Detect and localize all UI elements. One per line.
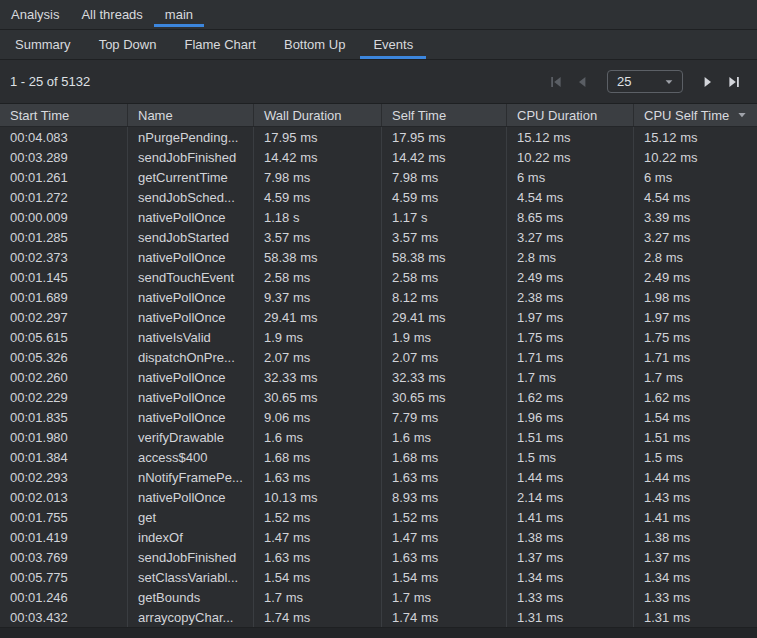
- cell-self-time: 1.47 ms: [381, 527, 506, 547]
- cell-self-time: 58.38 ms: [381, 247, 506, 267]
- cell-cpu-self-time: 3.27 ms: [633, 227, 757, 247]
- table-row[interactable]: 00:00.009nativePollOnce1.18 s1.17 s8.65 …: [0, 207, 757, 227]
- cell-name: arraycopyChar...: [127, 607, 253, 627]
- tab-top-down[interactable]: Top Down: [86, 30, 170, 59]
- tab-summary[interactable]: Summary: [2, 30, 84, 59]
- table-row[interactable]: 00:04.083nPurgePending...17.95 ms17.95 m…: [0, 127, 757, 147]
- cell-name: access$400: [127, 447, 253, 467]
- last-page-button[interactable]: [721, 69, 747, 95]
- table-row[interactable]: 00:03.289sendJobFinished14.42 ms14.42 ms…: [0, 147, 757, 167]
- table-row[interactable]: 00:01.384access$4001.68 ms1.68 ms1.5 ms1…: [0, 447, 757, 467]
- cell-wall-duration: 4.59 ms: [253, 187, 381, 207]
- table-row[interactable]: 00:01.246getBounds1.7 ms1.7 ms1.33 ms1.3…: [0, 587, 757, 607]
- table-row[interactable]: 00:02.297nativePollOnce29.41 ms29.41 ms1…: [0, 307, 757, 327]
- tab-label: Summary: [15, 37, 71, 52]
- tab-main[interactable]: main: [154, 0, 204, 29]
- cell-name: nativeIsValid: [127, 327, 253, 347]
- cell-wall-duration: 1.18 s: [253, 207, 381, 227]
- cell-start-time: 00:01.980: [0, 427, 127, 447]
- tab-bottom-up[interactable]: Bottom Up: [271, 30, 358, 59]
- next-page-button[interactable]: [695, 69, 721, 95]
- cell-wall-duration: 1.9 ms: [253, 327, 381, 347]
- tab-label: Analysis: [11, 7, 59, 22]
- cell-cpu-duration: 4.54 ms: [506, 187, 633, 207]
- column-header-self-time[interactable]: Self Time: [381, 104, 506, 126]
- table-row[interactable]: 00:02.229nativePollOnce30.65 ms30.65 ms1…: [0, 387, 757, 407]
- cell-start-time: 00:01.246: [0, 587, 127, 607]
- cell-name: getCurrentTime: [127, 167, 253, 187]
- table-row[interactable]: 00:05.775setClassVariabl...1.54 ms1.54 m…: [0, 567, 757, 587]
- cell-self-time: 4.59 ms: [381, 187, 506, 207]
- table-row[interactable]: 00:05.326dispatchOnPre...2.07 ms2.07 ms1…: [0, 347, 757, 367]
- table-row[interactable]: 00:01.980verifyDrawable1.6 ms1.6 ms1.51 …: [0, 427, 757, 447]
- horizontal-scrollbar-track[interactable]: [0, 627, 757, 638]
- cell-name: dispatchOnPre...: [127, 347, 253, 367]
- table-row[interactable]: 00:01.145sendTouchEvent2.58 ms2.58 ms2.4…: [0, 267, 757, 287]
- cell-start-time: 00:00.009: [0, 207, 127, 227]
- cell-wall-duration: 1.63 ms: [253, 467, 381, 487]
- tab-analysis[interactable]: Analysis: [0, 0, 70, 29]
- cell-cpu-duration: 1.44 ms: [506, 467, 633, 487]
- table-row[interactable]: 00:02.373nativePollOnce58.38 ms58.38 ms2…: [0, 247, 757, 267]
- cell-start-time: 00:01.835: [0, 407, 127, 427]
- table-row[interactable]: 00:01.755get1.52 ms1.52 ms1.41 ms1.41 ms: [0, 507, 757, 527]
- cell-wall-duration: 1.68 ms: [253, 447, 381, 467]
- cell-cpu-self-time: 1.71 ms: [633, 347, 757, 367]
- cell-start-time: 00:02.373: [0, 247, 127, 267]
- table-row[interactable]: 00:02.293nNotifyFramePe...1.63 ms1.63 ms…: [0, 467, 757, 487]
- cell-self-time: 3.57 ms: [381, 227, 506, 247]
- table-row[interactable]: 00:03.432arraycopyChar...1.74 ms1.74 ms1…: [0, 607, 757, 627]
- cell-start-time: 00:01.689: [0, 287, 127, 307]
- cell-self-time: 30.65 ms: [381, 387, 506, 407]
- cell-cpu-duration: 1.51 ms: [506, 427, 633, 447]
- cell-start-time: 00:01.272: [0, 187, 127, 207]
- table-row[interactable]: 00:05.615nativeIsValid1.9 ms1.9 ms1.75 m…: [0, 327, 757, 347]
- thread-tab-bar: AnalysisAll threadsmain: [0, 0, 757, 30]
- cell-cpu-duration: 1.97 ms: [506, 307, 633, 327]
- column-header-start-time[interactable]: Start Time: [0, 104, 127, 126]
- tab-flame-chart[interactable]: Flame Chart: [171, 30, 269, 59]
- cell-cpu-duration: 15.12 ms: [506, 127, 633, 147]
- table-row[interactable]: 00:03.769sendJobFinished1.63 ms1.63 ms1.…: [0, 547, 757, 567]
- column-header-wall-duration[interactable]: Wall Duration: [253, 104, 381, 126]
- table-row[interactable]: 00:01.419indexOf1.47 ms1.47 ms1.38 ms1.3…: [0, 527, 757, 547]
- cell-self-time: 1.17 s: [381, 207, 506, 227]
- cell-cpu-duration: 1.75 ms: [506, 327, 633, 347]
- table-row[interactable]: 00:01.261getCurrentTime7.98 ms7.98 ms6 m…: [0, 167, 757, 187]
- cell-wall-duration: 2.07 ms: [253, 347, 381, 367]
- previous-page-button[interactable]: [569, 69, 595, 95]
- cell-self-time: 1.63 ms: [381, 467, 506, 487]
- cell-name: nativePollOnce: [127, 307, 253, 327]
- cell-wall-duration: 30.65 ms: [253, 387, 381, 407]
- tab-all-threads[interactable]: All threads: [70, 0, 153, 29]
- column-header-cpu-duration[interactable]: CPU Duration: [506, 104, 633, 126]
- page-size-select[interactable]: 25: [607, 70, 683, 93]
- table-row[interactable]: 00:02.260nativePollOnce32.33 ms32.33 ms1…: [0, 367, 757, 387]
- cell-self-time: 1.74 ms: [381, 607, 506, 627]
- sort-descending-icon: [737, 110, 747, 120]
- previous-page-icon: [574, 74, 590, 90]
- cell-cpu-self-time: 1.33 ms: [633, 587, 757, 607]
- cell-self-time: 8.93 ms: [381, 487, 506, 507]
- tab-label: Events: [373, 37, 413, 52]
- column-header-cpu-self-time[interactable]: CPU Self Time: [633, 104, 757, 126]
- cell-start-time: 00:03.769: [0, 547, 127, 567]
- cell-cpu-self-time: 1.97 ms: [633, 307, 757, 327]
- tab-events[interactable]: Events: [360, 30, 426, 59]
- table-row[interactable]: 00:01.285sendJobStarted3.57 ms3.57 ms3.2…: [0, 227, 757, 247]
- first-page-button[interactable]: [543, 69, 569, 95]
- cell-wall-duration: 1.6 ms: [253, 427, 381, 447]
- column-header-name[interactable]: Name: [127, 104, 253, 126]
- table-row[interactable]: 00:02.013nativePollOnce10.13 ms8.93 ms2.…: [0, 487, 757, 507]
- cell-start-time: 00:01.755: [0, 507, 127, 527]
- cell-start-time: 00:01.145: [0, 267, 127, 287]
- table-row[interactable]: 00:01.272sendJobSched...4.59 ms4.59 ms4.…: [0, 187, 757, 207]
- column-header-label: CPU Duration: [517, 108, 597, 123]
- table-row[interactable]: 00:01.835nativePollOnce9.06 ms7.79 ms1.9…: [0, 407, 757, 427]
- cell-self-time: 7.79 ms: [381, 407, 506, 427]
- last-page-icon: [726, 74, 742, 90]
- cell-cpu-duration: 1.5 ms: [506, 447, 633, 467]
- cell-name: sendJobFinished: [127, 147, 253, 167]
- page-size-value: 25: [617, 74, 631, 89]
- table-row[interactable]: 00:01.689nativePollOnce9.37 ms8.12 ms2.3…: [0, 287, 757, 307]
